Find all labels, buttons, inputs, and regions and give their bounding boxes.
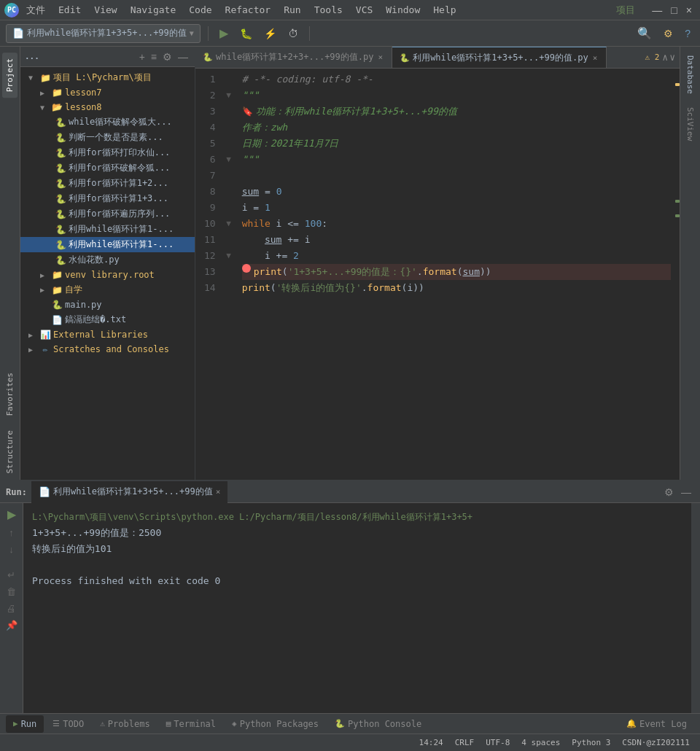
run-tab-label: 利用while循环计算1+3+5+...+99的值 xyxy=(53,486,213,498)
menu-edit[interactable]: Edit xyxy=(52,3,87,17)
list-item[interactable]: ▶ 📁 venv library.root xyxy=(20,268,195,282)
bottom-tab-event-log[interactable]: 🔔 Event Log xyxy=(619,715,694,733)
tree-close-btn[interactable]: — xyxy=(176,50,190,63)
menu-vcs[interactable]: VCS xyxy=(350,3,378,17)
bottom-tab-todo[interactable]: ☰ TODO xyxy=(45,715,91,733)
tab-close-icon-2[interactable]: × xyxy=(591,52,599,63)
list-item[interactable]: 🐍利用while循环计算1-... xyxy=(20,237,195,252)
statusbar-encoding[interactable]: UTF-8 xyxy=(481,738,514,747)
list-item[interactable]: 🐍利用for循环破解令狐... xyxy=(20,160,195,176)
list-item[interactable]: 🐍利用for循环计算1+3... xyxy=(20,191,195,206)
run-tab-close-icon[interactable]: × xyxy=(216,487,221,497)
list-item[interactable]: 🐍 main.py xyxy=(20,297,195,312)
menubar: PC 文件 Edit View Navigate Code Refactor R… xyxy=(0,0,700,20)
fold-marker-2[interactable]: ▼ xyxy=(222,87,236,104)
menu-project[interactable]: 项目 xyxy=(610,2,641,18)
menu-file[interactable]: 文件 xyxy=(20,2,51,18)
run-config-dropdown[interactable]: 📄 利用while循环计算1+3+5+...+99的值 ▼ xyxy=(6,24,201,43)
run-print-button[interactable]: 🖨 xyxy=(5,602,18,615)
list-item[interactable]: ▶ ✏ Scratches and Consoles xyxy=(20,342,195,357)
run-down-button[interactable]: ↓ xyxy=(7,542,15,556)
editor-tab-1[interactable]: 🐍 while循环计算1+2+3+...+99的值.py × xyxy=(195,47,392,69)
editor-gutter[interactable] xyxy=(671,69,680,480)
profile-button[interactable]: ⏱ xyxy=(284,26,302,41)
sidebar-tab-project[interactable]: Project xyxy=(2,52,18,98)
run-settings-button[interactable]: ⚙ xyxy=(661,485,677,499)
bottom-tab-terminal[interactable]: ▤ Terminal xyxy=(159,715,223,733)
menu-help[interactable]: Help xyxy=(427,3,462,17)
run-up-button[interactable]: ↑ xyxy=(7,526,15,540)
menu-navigate[interactable]: Navigate xyxy=(125,3,182,17)
run-tab-icon: ▶ xyxy=(13,719,18,728)
run-wrap-button[interactable]: ↵ xyxy=(6,568,17,582)
terminal-icon: ▤ xyxy=(166,719,171,728)
bottom-tab-run[interactable]: ▶ Run xyxy=(6,715,44,733)
help-button[interactable]: ? xyxy=(681,26,694,41)
run-button[interactable]: ▶ xyxy=(216,25,232,42)
run-config-name: 利用while循环计算1+3+5+...+99的值 xyxy=(27,27,187,39)
list-item[interactable]: 📄 鎬滆兘绌�.txt xyxy=(20,312,195,327)
menu-code[interactable]: Code xyxy=(183,3,217,17)
sidebar-tab-structure[interactable]: Structure xyxy=(2,424,18,480)
right-tab-database[interactable]: Database xyxy=(682,50,698,100)
list-item[interactable]: ▶ 📊 External Libraries xyxy=(20,327,195,342)
run-scroll[interactable] xyxy=(691,503,700,713)
list-item[interactable]: 🐍利用for循环遍历序列... xyxy=(20,206,195,222)
list-item[interactable]: 🐍while循环破解令狐大... xyxy=(20,114,195,130)
bottom-tab-problems[interactable]: ⚠ Problems xyxy=(93,715,157,733)
fold-markers: ▼ ▼ ▼ ▼ xyxy=(222,69,236,480)
search-button[interactable]: 🔍 xyxy=(634,25,656,42)
list-item[interactable]: ▶ 📁 自学 xyxy=(20,282,195,297)
statusbar-position[interactable]: 14:24 xyxy=(415,738,448,747)
list-item[interactable]: 🐍判断一个数是否是素... xyxy=(20,130,195,145)
statusbar-indent[interactable]: 4 spaces xyxy=(517,738,564,747)
coverage-button[interactable]: ⚡ xyxy=(260,26,280,41)
run-output: L:\Pycharm\项目\venv\Scripts\python.exe L:… xyxy=(23,503,691,713)
menu-tools[interactable]: Tools xyxy=(308,3,349,17)
bottom-tab-packages[interactable]: ◈ Python Packages xyxy=(225,715,326,733)
menu-view[interactable]: View xyxy=(88,3,122,17)
menu-window[interactable]: Window xyxy=(380,3,426,17)
run-clear-button[interactable]: 🗑 xyxy=(5,585,18,599)
tree-add-btn[interactable]: + xyxy=(137,50,147,63)
config-button[interactable]: ⚙ xyxy=(660,26,677,41)
run-play-button[interactable]: ▶ xyxy=(6,506,18,523)
list-item[interactable]: 🐍利用while循环计算1-... xyxy=(20,222,195,237)
tree-collapse-btn[interactable]: ≡ xyxy=(149,50,159,63)
run-content: ▶ ↑ ↓ ↵ 🗑 🖨 📌 L:\Pycharm\项目\venv\Scripts… xyxy=(0,503,700,713)
bottom-tab-python-console[interactable]: 🐍 Python Console xyxy=(327,715,429,733)
list-item[interactable]: ▶ 📁 lesson7 xyxy=(20,85,195,100)
tree-settings-btn[interactable]: ⚙ xyxy=(160,50,174,63)
tree-root-label: 项目 L:\Pycharm\项目 xyxy=(53,71,152,84)
window-maximize[interactable]: □ xyxy=(667,3,680,17)
list-item[interactable]: 🐍水仙花数.py xyxy=(20,252,195,268)
tab-close-icon[interactable]: × xyxy=(377,52,385,63)
list-item[interactable]: 🐍利用for循环计算1+2... xyxy=(20,176,195,191)
menu-run[interactable]: Run xyxy=(278,3,306,17)
problems-icon: ⚠ xyxy=(100,719,105,728)
list-item[interactable]: 🐍利用for循环打印水仙... xyxy=(20,145,195,160)
fold-marker-6[interactable]: ▼ xyxy=(222,152,236,168)
run-pin-button[interactable]: 📌 xyxy=(4,618,19,632)
fold-marker-10[interactable]: ▼ xyxy=(222,216,236,232)
debug-button[interactable]: 🐛 xyxy=(236,26,256,41)
statusbar-source: CSDN·@zI202111 xyxy=(618,738,694,747)
tree-item-label: 利用for循环遍历序列... xyxy=(69,208,170,220)
editor-tab-2[interactable]: 🐍 利用while循环计算1+3+5+...+99的值.py × xyxy=(392,47,607,69)
run-minimize-button[interactable]: — xyxy=(678,485,694,499)
code-content[interactable]: # -*- coding: utf-8 -*- """ 🔖 功能：利用while… xyxy=(236,69,671,480)
toolbar-separator2 xyxy=(309,26,310,41)
list-item[interactable]: ▼ 📂 lesson8 xyxy=(20,100,195,114)
right-tab-sciview[interactable]: SciView xyxy=(682,101,698,147)
tree-root[interactable]: ▼ 📁 项目 L:\Pycharm\项目 xyxy=(20,70,195,85)
run-tab[interactable]: 📄 利用while循环计算1+3+5+...+99的值 × xyxy=(31,481,228,503)
sidebar-tab-favorites[interactable]: Favorites xyxy=(2,367,18,422)
window-minimize[interactable]: — xyxy=(648,3,666,17)
tabs-more-btn[interactable]: ⚠ 2 ∧ ∨ xyxy=(640,52,680,63)
menu-refactor[interactable]: Refactor xyxy=(219,3,277,17)
run-panel-header: Run: 📄 利用while循环计算1+3+5+...+99的值 × ⚙ — xyxy=(0,481,700,503)
window-close[interactable]: × xyxy=(682,3,696,17)
statusbar-python[interactable]: Python 3 xyxy=(567,738,615,747)
statusbar-linesep[interactable]: CRLF xyxy=(451,738,479,747)
fold-marker-12[interactable]: ▼ xyxy=(222,248,236,264)
